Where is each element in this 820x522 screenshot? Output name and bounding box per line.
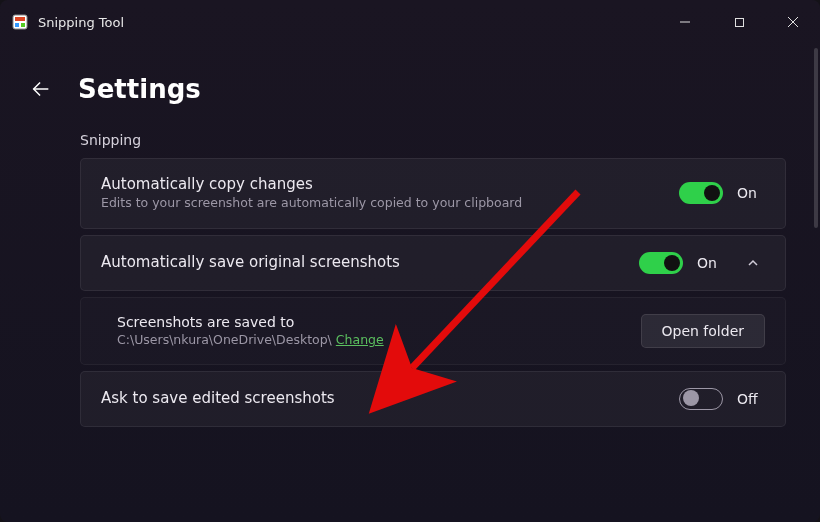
settings-list: Automatically copy changes Edits to your… (24, 158, 796, 427)
setting-title: Automatically save original screenshots (101, 253, 623, 271)
save-location-title: Screenshots are saved to (117, 314, 625, 330)
setting-auto-save[interactable]: Automatically save original screenshots … (80, 235, 786, 291)
setting-ask-save: Ask to save edited screenshots Off (80, 371, 786, 427)
titlebar: Snipping Tool (0, 0, 820, 44)
setting-text: Automatically copy changes Edits to your… (101, 175, 663, 212)
app-icon (12, 14, 28, 30)
setting-title: Ask to save edited screenshots (101, 389, 663, 407)
toggle-group: On (679, 182, 765, 204)
chevron-up-icon[interactable] (741, 256, 765, 270)
toggle-state-label: Off (737, 391, 765, 407)
toggle-group: On (639, 252, 725, 274)
minimize-button[interactable] (658, 0, 712, 44)
open-folder-button[interactable]: Open folder (641, 314, 765, 348)
setting-subtitle: Edits to your screenshot are automatical… (101, 195, 663, 212)
content-area: Settings Snipping Automatically copy cha… (0, 44, 820, 522)
toggle-group: Off (679, 388, 765, 410)
toggle-state-label: On (697, 255, 725, 271)
close-button[interactable] (766, 0, 820, 44)
back-button[interactable] (24, 72, 58, 106)
setting-text: Ask to save edited screenshots (101, 389, 663, 409)
save-location-path: C:\Users\nkura\OneDrive\Desktop\ (117, 332, 332, 347)
app-window: Snipping Tool Settings Snipping (0, 0, 820, 522)
save-location-path-row: C:\Users\nkura\OneDrive\Desktop\ Change (117, 332, 625, 347)
vertical-scrollbar[interactable] (814, 48, 818, 228)
page-header: Settings (24, 44, 796, 132)
page-title: Settings (78, 74, 201, 104)
svg-rect-2 (15, 23, 19, 27)
setting-text: Screenshots are saved to C:\Users\nkura\… (117, 314, 625, 347)
toggle-state-label: On (737, 185, 765, 201)
app-title: Snipping Tool (38, 15, 658, 30)
setting-save-location: Screenshots are saved to C:\Users\nkura\… (80, 297, 786, 365)
auto-copy-toggle[interactable] (679, 182, 723, 204)
section-label-snipping: Snipping (24, 132, 796, 158)
svg-rect-1 (15, 17, 25, 21)
auto-save-toggle[interactable] (639, 252, 683, 274)
change-location-link[interactable]: Change (336, 332, 384, 347)
window-controls (658, 0, 820, 44)
setting-auto-copy: Automatically copy changes Edits to your… (80, 158, 786, 229)
maximize-button[interactable] (712, 0, 766, 44)
svg-rect-5 (735, 18, 743, 26)
ask-save-toggle[interactable] (679, 388, 723, 410)
setting-title: Automatically copy changes (101, 175, 663, 193)
svg-rect-3 (21, 23, 25, 27)
setting-text: Automatically save original screenshots (101, 253, 623, 273)
